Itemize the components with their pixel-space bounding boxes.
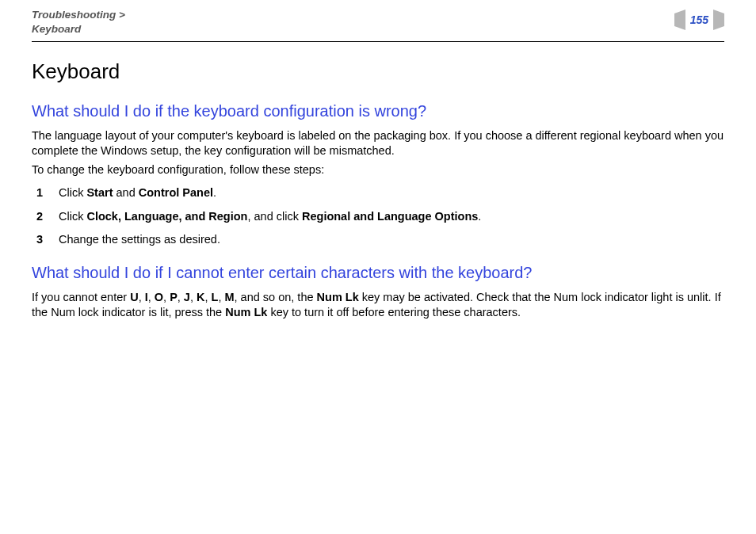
page-navigator: 155 — [674, 13, 724, 28]
step1-mid: and — [113, 186, 139, 199]
step2-b1: Clock, Language, and Region — [86, 210, 247, 223]
section1-para2: To change the keyboard configuration, fo… — [32, 162, 724, 178]
step-3: Change the settings as desired. — [36, 232, 724, 248]
step1-b2: Control Panel — [139, 186, 213, 199]
arrow-right-icon — [713, 10, 724, 30]
breadcrumb-top-link[interactable]: Troubleshooting > — [32, 9, 125, 21]
section1-para1: The language layout of your computer's k… — [32, 128, 724, 159]
page-title: Keyboard — [32, 58, 724, 86]
prev-page-button[interactable] — [674, 13, 685, 28]
s2-t3: key to turn it off before entering these… — [267, 306, 521, 318]
s2-c1: U — [130, 291, 138, 303]
step2-suffix: . — [478, 210, 481, 223]
s2-sep3: , — [163, 291, 170, 303]
s2-sep1: , — [139, 291, 145, 303]
step1-suffix: . — [213, 186, 216, 199]
step2-b2: Regional and Language Options — [302, 210, 478, 223]
header-divider — [32, 41, 724, 42]
section1-heading: What should I do if the keyboard configu… — [32, 101, 724, 122]
breadcrumb: Troubleshooting > Keyboard — [32, 8, 125, 36]
step2-mid: , and click — [247, 210, 302, 223]
s2-sep2: , — [148, 291, 155, 303]
s2-c3: O — [155, 291, 163, 303]
s2-sep5: , — [190, 291, 197, 303]
section2-para: If you cannot enter U, I, O, P, J, K, L,… — [32, 290, 724, 321]
breadcrumb-top: Troubleshooting > — [32, 9, 125, 21]
step1-prefix: Click — [59, 186, 86, 199]
s2-c6: K — [197, 291, 204, 303]
section2-heading: What should I do if I cannot enter certa… — [32, 262, 724, 284]
s2-numlk1: Num Lk — [317, 291, 359, 303]
step-2: Click Clock, Language, and Region, and c… — [36, 209, 724, 225]
page-number: 155 — [690, 13, 708, 28]
s2-sep6: , — [204, 291, 211, 303]
step-1: Click Start and Control Panel. — [36, 185, 724, 201]
s2-c4: P — [170, 291, 178, 303]
s2-t1: , and so on, the — [235, 291, 317, 303]
next-page-button[interactable] — [713, 13, 724, 28]
s2-numlk2: Num Lk — [225, 306, 267, 318]
step3-text: Change the settings as desired. — [59, 233, 220, 246]
breadcrumb-sub: Keyboard — [32, 23, 81, 35]
step1-b1: Start — [86, 186, 113, 199]
s2-c5: J — [184, 291, 190, 303]
s2-t0: If you cannot enter — [32, 291, 130, 303]
breadcrumb-sub-link[interactable]: Keyboard — [32, 23, 81, 35]
section1-steps: Click Start and Control Panel. Click Clo… — [32, 185, 724, 248]
s2-sep4: , — [178, 291, 184, 303]
step2-prefix: Click — [59, 210, 86, 223]
arrow-left-icon — [674, 10, 685, 30]
s2-c8: M — [224, 291, 234, 303]
